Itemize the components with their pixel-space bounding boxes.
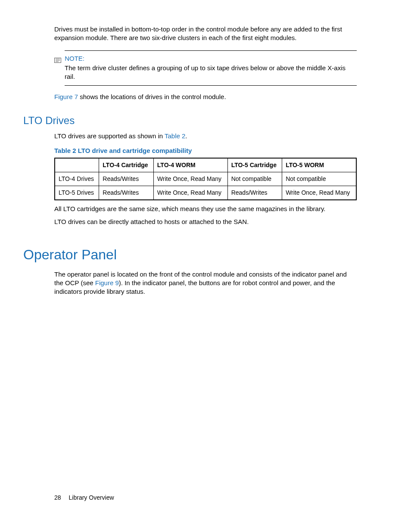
note-label-text: NOTE:: [65, 55, 84, 62]
table-cell: Reads/Writes: [99, 186, 153, 200]
note-block: NOTE: The term drive cluster defines a g…: [65, 50, 357, 86]
lto-intro-paragraph: LTO drives are supported as shown in Tab…: [54, 132, 357, 140]
table-row: LTO-4 Drives Reads/Writes Write Once, Re…: [55, 172, 356, 186]
table-header-row: LTO-4 Cartridge LTO-4 WORM LTO-5 Cartrid…: [55, 158, 356, 172]
table-cell: Write Once, Read Many: [153, 172, 227, 186]
intro-paragraph: Drives must be installed in bottom-to-to…: [54, 25, 357, 43]
operator-panel-paragraph: The operator panel is located on the fro…: [54, 270, 357, 296]
note-label: NOTE:: [65, 54, 357, 63]
after-table-p2: LTO drives can be directly attached to h…: [54, 218, 357, 226]
figure-7-post: shows the locations of drives in the con…: [78, 93, 226, 100]
compatibility-table: LTO-4 Cartridge LTO-4 WORM LTO-5 Cartrid…: [54, 158, 357, 200]
table-header: LTO-4 Cartridge: [99, 158, 153, 172]
note-body: The term drive cluster defines a groupin…: [65, 64, 357, 81]
lto-para-post: .: [185, 132, 187, 140]
table-header: LTO-5 WORM: [282, 158, 356, 172]
table-cell: Not compatible: [227, 172, 282, 186]
table-cell: Reads/Writes: [227, 186, 282, 200]
page-number: 28: [54, 494, 61, 501]
figure-7-link[interactable]: Figure 7: [54, 93, 78, 100]
table-cell: LTO-5 Drives: [55, 186, 99, 200]
after-table-p1: All LTO cartridges are the same size, wh…: [54, 205, 357, 213]
page-footer: 28Library Overview: [54, 494, 114, 502]
table-2-link[interactable]: Table 2: [165, 132, 185, 140]
figure-9-link[interactable]: Figure 9: [95, 279, 119, 286]
operator-panel-heading: Operator Panel: [23, 246, 357, 264]
table-cell: Write Once, Read Many: [153, 186, 227, 200]
table-row: LTO-5 Drives Reads/Writes Write Once, Re…: [55, 186, 356, 200]
table-cell: LTO-4 Drives: [55, 172, 99, 186]
table-caption: Table 2 LTO drive and cartridge compatib…: [54, 146, 357, 155]
lto-para-pre: LTO drives are supported as shown in: [54, 132, 165, 140]
table-cell: Not compatible: [282, 172, 356, 186]
table-header: LTO-4 WORM: [153, 158, 227, 172]
table-cell: Reads/Writes: [99, 172, 153, 186]
table-header: [55, 158, 99, 172]
footer-section: Library Overview: [69, 494, 114, 501]
figure-7-sentence: Figure 7 shows the locations of drives i…: [54, 93, 357, 101]
lto-drives-heading: LTO Drives: [23, 114, 357, 128]
table-cell: Write Once, Read Many: [282, 186, 356, 200]
note-icon: [54, 56, 61, 62]
table-header: LTO-5 Cartridge: [227, 158, 282, 172]
